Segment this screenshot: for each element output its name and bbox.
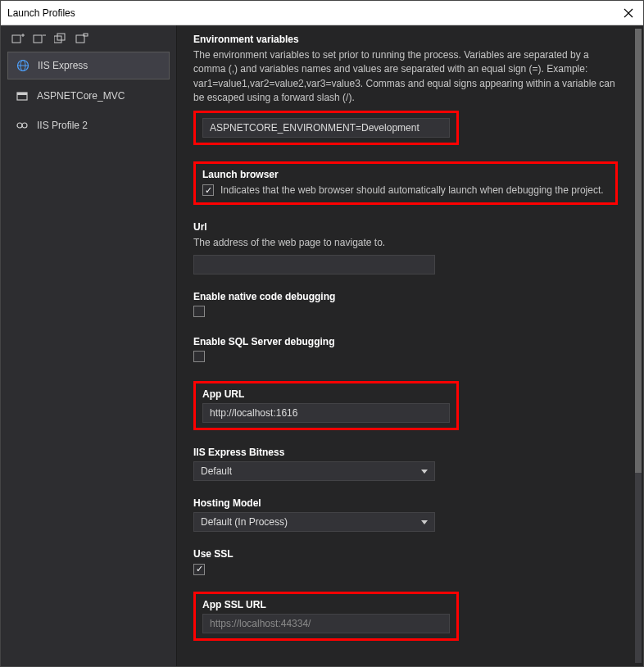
env-vars-input[interactable] xyxy=(202,118,450,138)
scrollbar-thumb[interactable] xyxy=(635,29,642,473)
launch-browser-desc: Indicates that the web browser should au… xyxy=(220,184,604,197)
duplicate-profile-icon xyxy=(54,33,67,44)
bitness-value: Default xyxy=(201,465,232,477)
use-ssl-checkbox[interactable] xyxy=(193,564,205,575)
launch-browser-checkbox[interactable] xyxy=(202,184,214,196)
delete-profile-icon xyxy=(33,33,46,44)
rename-profile-button[interactable] xyxy=(75,32,89,45)
app-ssl-url-input xyxy=(202,614,450,633)
project-icon xyxy=(16,89,29,102)
profile-list: IIS Express ASPNETCore_MVC xyxy=(1,52,176,142)
env-vars-label: Environment variables xyxy=(193,34,617,45)
section-app-ssl-url: App SSL URL xyxy=(193,592,617,641)
highlight-app-ssl-url: App SSL URL xyxy=(193,592,459,641)
new-profile-button[interactable] xyxy=(11,32,25,45)
app-url-label: App URL xyxy=(202,388,450,400)
profile-item-iis-profile-2[interactable]: IIS Profile 2 xyxy=(7,112,170,138)
svg-rect-2 xyxy=(12,35,20,43)
profile-item-aspnetcore-mvc[interactable]: ASPNETCore_MVC xyxy=(7,83,170,109)
launch-browser-row: Indicates that the web browser should au… xyxy=(202,184,609,197)
close-button[interactable] xyxy=(620,5,637,21)
svg-rect-5 xyxy=(34,35,42,43)
globe-icon xyxy=(16,59,29,72)
sidebar: IIS Express ASPNETCore_MVC xyxy=(1,25,177,666)
url-desc: The address of the web page to navigate … xyxy=(193,236,617,250)
highlight-env-vars xyxy=(193,111,459,145)
native-debug-label: Enable native code debugging xyxy=(193,291,617,302)
highlight-launch-browser: Launch browser Indicates that the web br… xyxy=(193,161,618,205)
section-use-ssl: Use SSL xyxy=(193,548,617,575)
highlight-app-url: App URL xyxy=(193,381,459,430)
profile-item-iis-express[interactable]: IIS Express xyxy=(7,52,170,79)
env-vars-desc: The environment variables to set prior t… xyxy=(193,48,617,106)
svg-rect-15 xyxy=(17,93,27,95)
scrollbar[interactable] xyxy=(635,29,642,663)
chevron-down-icon xyxy=(421,520,428,524)
app-ssl-url-label: App SSL URL xyxy=(202,599,450,610)
svg-point-17 xyxy=(22,123,27,128)
section-launch-browser: Launch browser Indicates that the web br… xyxy=(193,161,617,205)
hosting-model-value: Default (In Process) xyxy=(201,516,288,528)
launch-browser-label: Launch browser xyxy=(202,169,609,180)
section-env-vars: Environment variables The environment va… xyxy=(193,34,617,145)
window-title: Launch Profiles xyxy=(7,7,75,19)
chevron-down-icon xyxy=(421,470,428,474)
app-url-input[interactable] xyxy=(202,403,450,423)
native-debug-checkbox[interactable] xyxy=(193,306,205,317)
section-native-debug: Enable native code debugging xyxy=(193,291,617,320)
profile-item-label: IIS Express xyxy=(38,60,88,71)
profile-item-label: ASPNETCore_MVC xyxy=(37,90,125,102)
delete-profile-button[interactable] xyxy=(32,32,47,45)
sidebar-toolbar xyxy=(1,29,176,52)
section-app-url: App URL xyxy=(193,381,617,430)
hosting-model-label: Hosting Model xyxy=(193,497,617,509)
duplicate-profile-button[interactable] xyxy=(53,32,68,45)
section-url: Url The address of the web page to navig… xyxy=(193,221,617,275)
sql-debug-label: Enable SQL Server debugging xyxy=(193,336,617,347)
url-input[interactable] xyxy=(193,255,435,275)
dialog-body: IIS Express ASPNETCore_MVC xyxy=(1,25,643,666)
settings-content: Environment variables The environment va… xyxy=(177,25,633,666)
launch-profiles-window: Launch Profiles xyxy=(0,0,644,667)
titlebar: Launch Profiles xyxy=(1,1,643,25)
new-profile-icon xyxy=(11,33,25,44)
sql-debug-checkbox[interactable] xyxy=(193,351,205,362)
section-bitness: IIS Express Bitness Default xyxy=(193,447,617,481)
profile-item-label: IIS Profile 2 xyxy=(37,120,88,131)
svg-point-16 xyxy=(17,123,22,128)
close-icon xyxy=(624,8,633,18)
section-sql-debug: Enable SQL Server debugging xyxy=(193,336,617,365)
bitness-select[interactable]: Default xyxy=(193,461,435,481)
section-hosting-model: Hosting Model Default (In Process) xyxy=(193,497,617,532)
url-label: Url xyxy=(193,221,617,233)
hosting-model-select[interactable]: Default (In Process) xyxy=(193,512,435,532)
bitness-label: IIS Express Bitness xyxy=(193,447,617,458)
link-icon xyxy=(16,119,29,132)
content-panel: Environment variables The environment va… xyxy=(177,25,643,666)
use-ssl-label: Use SSL xyxy=(193,548,617,560)
rename-profile-icon xyxy=(75,33,88,44)
